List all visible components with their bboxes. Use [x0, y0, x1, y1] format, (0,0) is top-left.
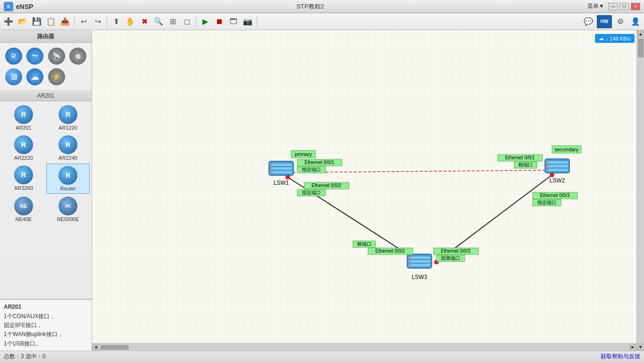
profile-button[interactable]: 👤: [629, 15, 642, 28]
ar2220-label: AR2220: [14, 155, 33, 161]
select-button[interactable]: ⬆: [109, 15, 123, 28]
ar2240-label: AR2240: [59, 155, 77, 161]
svg-rect-16: [409, 256, 430, 259]
hand-button[interactable]: ✋: [124, 15, 137, 28]
svg-point-6: [271, 167, 273, 169]
router-antenna-icon: 📡: [48, 48, 65, 65]
description-panel: AR201 1个CON/AUX接口，固定8FE接口，1个WAN侧uplink接口…: [0, 299, 92, 351]
svg-point-19: [409, 256, 411, 258]
router-icon-4[interactable]: ▦: [68, 47, 88, 66]
menu-button[interactable]: 菜单▼: [587, 2, 604, 10]
undo-button[interactable]: ↩: [77, 15, 90, 28]
app-logo: e eNSP: [4, 2, 33, 11]
zoom-in-button[interactable]: 🔍: [152, 15, 165, 28]
zoom-fit-button[interactable]: ⊞: [166, 15, 179, 28]
model-ar201[interactable]: R AR201: [2, 103, 45, 132]
svg-point-12: [547, 161, 549, 163]
device-cloud-icon[interactable]: ☁: [25, 67, 45, 86]
svg-point-20: [409, 260, 411, 262]
ar1220-label: AR1220: [59, 125, 77, 131]
close-button[interactable]: ×: [631, 3, 640, 10]
stop-button[interactable]: ⏹: [213, 15, 226, 28]
svg-point-5: [271, 164, 273, 165]
device-lsw2[interactable]: [545, 159, 569, 173]
minimize-button[interactable]: —: [608, 3, 618, 10]
model-ar2240[interactable]: R AR2240: [46, 133, 90, 163]
export-button[interactable]: 📤: [59, 15, 72, 28]
model-ne40e[interactable]: NE NE40E: [2, 195, 45, 224]
device-power-icon[interactable]: ⚡: [47, 67, 67, 86]
save-button[interactable]: 💾: [30, 15, 43, 28]
left-panel: 路由器 R 〜 📡 ▦ 🖥 ☁ ⚡: [0, 30, 92, 351]
ar2240-icon: R: [59, 135, 77, 154]
device-lsw3[interactable]: [407, 254, 432, 268]
svg-point-13: [547, 165, 549, 167]
svg-rect-2: [270, 164, 292, 166]
model-ar2220[interactable]: R AR2220: [2, 133, 45, 163]
svg-point-7: [271, 171, 273, 173]
cloud-icon: ☁: [26, 68, 43, 85]
titlebar: e eNSP STP教程2 菜单▼ — □ ×: [0, 0, 644, 13]
main-content: 路由器 R 〜 📡 ▦ 🖥 ☁ ⚡: [0, 30, 644, 351]
settings-button[interactable]: ⚙: [614, 15, 627, 28]
desc-title: AR201: [4, 304, 88, 310]
ar3260-label: AR3260: [14, 185, 33, 191]
label-eth001-lsw2: Ethernet 0/0/1: [505, 155, 535, 160]
lsw1-label: LSW1: [274, 180, 289, 186]
window-title: STP教程2: [33, 2, 588, 11]
svg-point-14: [547, 169, 549, 171]
svg-rect-0: [92, 30, 644, 351]
delete-button[interactable]: ✖: [138, 15, 151, 28]
save-as-button[interactable]: 📋: [44, 15, 58, 28]
router-icon-1[interactable]: R: [4, 47, 24, 66]
model-ne5000e[interactable]: NE NE5000E: [46, 195, 90, 224]
model-section-title: AR201: [0, 90, 92, 101]
window-controls: — □ ×: [608, 3, 640, 10]
lsw3-label: LSW3: [412, 274, 427, 280]
open-button[interactable]: 📂: [16, 15, 29, 28]
label-eth001-lsw1: Ethernet 0/0/1: [305, 160, 335, 165]
help-link[interactable]: 获取帮助与反馈: [601, 353, 640, 361]
canvas-vscrollbar[interactable]: ▲ ▼: [636, 30, 644, 351]
ar201-icon: R: [14, 105, 33, 124]
canvas-hscrollbar[interactable]: ◄ ►: [92, 343, 636, 351]
device-pc-icon[interactable]: 🖥: [4, 67, 24, 86]
router-label: Router: [60, 186, 75, 191]
svg-rect-17: [409, 260, 430, 263]
toolbar: ➕ 📂 💾 📋 📤 ↩ ↪ ⬆ ✋ ✖ 🔍 ⊞ ◻ ▶ ⏹ 🗔 📷 💬 HW ⚙…: [0, 13, 644, 30]
svg-rect-18: [409, 264, 430, 266]
network-canvas[interactable]: LSW1 LSW2 LSW3: [92, 30, 644, 351]
router-icon-2[interactable]: 〜: [25, 47, 45, 66]
logo-icon: e: [4, 2, 13, 11]
model-grid: R AR201 R AR1220 R AR2220 R AR2240 R A: [0, 101, 92, 226]
redo-button[interactable]: ↪: [91, 15, 104, 28]
svg-point-21: [409, 264, 411, 266]
lsw2-label: LSW2: [550, 177, 565, 184]
palette-button[interactable]: ◻: [180, 15, 193, 28]
ar201-label: AR201: [16, 125, 32, 131]
device-icon-grid: R 〜 📡 ▦ 🖥 ☁ ⚡: [0, 43, 92, 90]
canvas-area[interactable]: ☁ ↓ 148 KB/s: [92, 30, 644, 351]
ne40e-icon: NE: [14, 197, 33, 215]
model-router[interactable]: R Router: [46, 164, 90, 194]
router-grid-icon: ▦: [69, 48, 86, 65]
run-button[interactable]: ▶: [199, 15, 212, 28]
label-primary: primary: [295, 151, 312, 157]
device-lsw1[interactable]: [269, 161, 293, 175]
ne5000e-icon: NE: [59, 197, 77, 215]
capture-button[interactable]: 📷: [241, 15, 254, 28]
model-scroll-list[interactable]: AR201 R AR201 R AR1220 R AR2220 R AR2240: [0, 90, 92, 299]
power-icon: ⚡: [48, 68, 65, 85]
snapshot-button[interactable]: 🗔: [227, 15, 240, 28]
new-button[interactable]: ➕: [2, 15, 15, 28]
ar3260-icon: R: [14, 165, 33, 184]
model-ar3260[interactable]: R AR3260: [2, 164, 45, 194]
model-ar1220[interactable]: R AR1220: [46, 103, 90, 132]
chat-button[interactable]: 💬: [582, 15, 595, 28]
restore-button[interactable]: □: [619, 3, 629, 10]
svg-rect-4: [270, 171, 292, 173]
ne5000e-label: NE5000E: [57, 216, 79, 222]
label-secondary: secondary: [555, 147, 579, 152]
download-speed: ↓ 148 KB/s: [606, 36, 631, 41]
router-icon-3[interactable]: 📡: [47, 47, 67, 66]
